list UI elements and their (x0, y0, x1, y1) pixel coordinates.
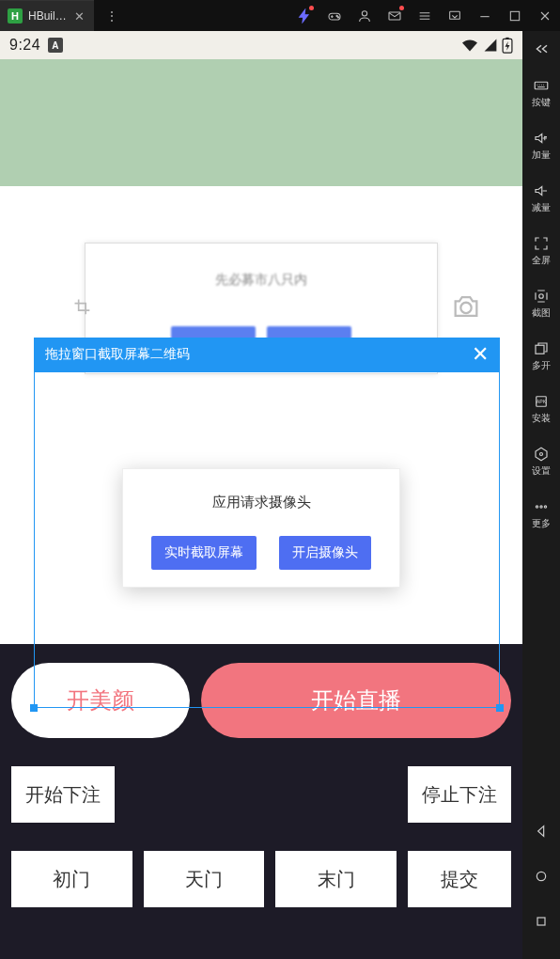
camera-permission-dialog: 应用请求摄像头 实时截取屏幕 开启摄像头 (122, 468, 400, 588)
stop-bet-button[interactable]: 停止下注 (408, 766, 511, 823)
svg-text:APK: APK (537, 399, 547, 404)
crop-left-icon (72, 297, 91, 320)
emulator-sidepanel: 按键 加量 减量 全屏 截图 多开 APK 安装 设置 更多 (522, 31, 560, 959)
close-tab-icon[interactable]: ✕ (74, 9, 85, 24)
open-camera-label: 开启摄像头 (292, 544, 358, 559)
window-tab[interactable]: H HBuil… ✕ (0, 0, 94, 31)
sidepanel-label: 截图 (532, 308, 551, 318)
svg-point-16 (544, 506, 546, 508)
sidepanel-label: 全屏 (532, 256, 551, 265)
battery-icon (502, 37, 513, 54)
signal-icon (483, 38, 498, 53)
svg-rect-9 (536, 345, 544, 354)
capture-screen-label: 实时截取屏幕 (164, 544, 243, 559)
sidepanel-keymap[interactable]: 按键 (532, 69, 551, 116)
sidepanel-screenshot[interactable]: 截图 (532, 279, 551, 326)
android-back-icon[interactable] (534, 824, 549, 841)
emulator-titlebar: H HBuil… ✕ ⋮ (0, 0, 560, 31)
start-bet-label: 开始下注 (25, 782, 101, 808)
svg-point-8 (539, 294, 544, 299)
android-status-bar: 9:24 A (0, 31, 522, 59)
svg-rect-4 (389, 12, 400, 20)
list-icon[interactable] (410, 0, 440, 31)
sidepanel-label: 安装 (532, 414, 551, 423)
gate-2-label: 天门 (185, 867, 223, 892)
sidepanel-settings[interactable]: 设置 (532, 437, 551, 484)
tab-title: HBuil… (28, 9, 69, 23)
camera-preview-placeholder (0, 59, 522, 186)
sidepanel-label: 更多 (532, 519, 551, 528)
svg-point-3 (362, 10, 366, 15)
minimize-icon[interactable] (470, 0, 500, 31)
submit-label: 提交 (441, 867, 478, 892)
svg-rect-20 (506, 38, 508, 39)
start-bet-button[interactable]: 开始下注 (11, 766, 115, 823)
android-home-icon[interactable] (534, 869, 549, 886)
sidepanel-label: 加量 (532, 150, 551, 160)
resize-handle-br[interactable] (496, 704, 504, 712)
open-camera-button[interactable]: 开启摄像头 (279, 536, 371, 570)
bolt-icon[interactable] (289, 0, 319, 31)
close-window-icon[interactable] (530, 0, 560, 31)
collapse-panel-icon[interactable] (533, 42, 550, 57)
gamepad-icon[interactable] (319, 0, 350, 31)
sidepanel-multi-instance[interactable]: 多开 (532, 332, 551, 379)
qr-capture-close-icon[interactable]: ✕ (472, 344, 489, 365)
gate-3-button[interactable]: 末门 (275, 851, 397, 907)
svg-point-13 (540, 453, 543, 456)
svg-point-14 (536, 506, 537, 508)
submit-button[interactable]: 提交 (408, 851, 511, 907)
qr-capture-title: 拖拉窗口截取屏幕二维码 (45, 346, 190, 363)
sidepanel-label: 按键 (532, 98, 551, 107)
resize-handle-bl[interactable] (30, 704, 38, 712)
maximize-icon[interactable] (500, 0, 530, 31)
svg-point-21 (460, 303, 471, 313)
sidepanel-volume-down[interactable]: 减量 (532, 174, 551, 221)
user-icon[interactable] (350, 0, 380, 31)
bg-card-title: 先必募市八只内 (215, 272, 307, 289)
svg-point-15 (540, 506, 542, 508)
svg-rect-7 (535, 82, 548, 89)
device-screen: 9:24 A 先必募市八只内 (0, 31, 522, 959)
mail-icon[interactable] (380, 0, 410, 31)
svg-point-2 (337, 16, 338, 17)
svg-marker-12 (536, 448, 547, 461)
svg-point-17 (537, 872, 545, 880)
svg-point-1 (336, 15, 337, 16)
bet-row: 开始下注 停止下注 (11, 766, 511, 823)
kebab-menu-icon[interactable]: ⋮ (94, 8, 130, 24)
sidepanel-more[interactable]: 更多 (532, 490, 551, 537)
sidepanel-label: 设置 (532, 466, 551, 476)
hbuilder-icon: H (8, 8, 23, 24)
sidepanel-fullscreen[interactable]: 全屏 (532, 227, 551, 274)
gate-2-button[interactable]: 天门 (144, 851, 265, 907)
android-recents-icon[interactable] (534, 914, 549, 931)
gate-1-label: 初门 (53, 867, 90, 892)
status-indicator-a: A (48, 38, 63, 53)
cast-icon[interactable] (440, 0, 470, 31)
status-time: 9:24 (9, 37, 40, 54)
qr-capture-titlebar[interactable]: 拖拉窗口截取屏幕二维码 ✕ (34, 338, 500, 371)
svg-rect-6 (510, 11, 519, 20)
sidepanel-label: 多开 (532, 361, 551, 370)
stop-bet-label: 停止下注 (422, 782, 497, 808)
dialog-message: 应用请求摄像头 (212, 494, 311, 511)
sidepanel-volume-up[interactable]: 加量 (532, 121, 551, 168)
capture-screen-button[interactable]: 实时截取屏幕 (151, 536, 257, 570)
wifi-icon (460, 38, 479, 53)
camera-outline-icon (450, 291, 482, 326)
sidepanel-install-apk[interactable]: APK 安装 (532, 385, 551, 432)
gate-3-label: 末门 (318, 867, 355, 892)
svg-rect-18 (537, 918, 545, 925)
gate-row: 初门 天门 末门 提交 (11, 851, 511, 907)
gate-1-button[interactable]: 初门 (11, 851, 132, 907)
sidepanel-label: 减量 (532, 203, 551, 212)
